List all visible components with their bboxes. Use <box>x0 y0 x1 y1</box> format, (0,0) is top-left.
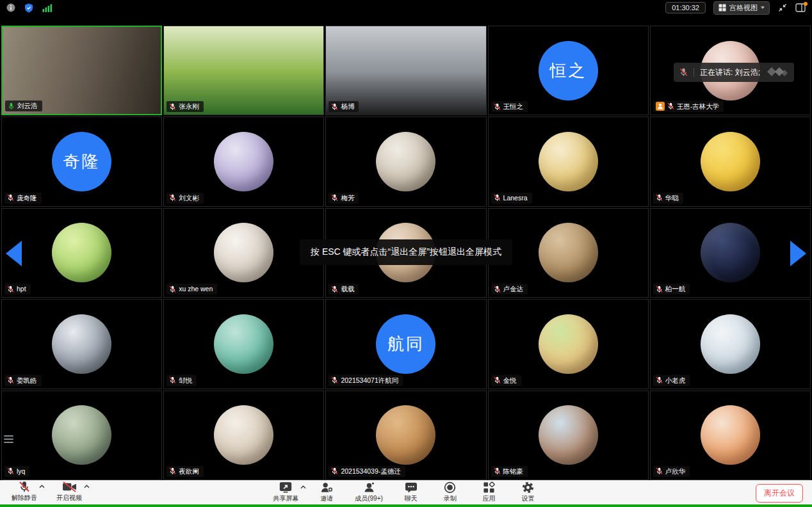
mic-muted-icon <box>494 103 501 111</box>
participant-tile[interactable]: 恒之王恒之 <box>488 26 649 115</box>
participant-avatar <box>539 132 598 191</box>
toolbar-item-mic-muted[interactable]: 解除静音 <box>12 480 37 503</box>
participant-tile[interactable]: 小老虎 <box>650 299 811 389</box>
participant-avatar <box>214 223 273 282</box>
participant-name: 梅芳 <box>341 194 354 202</box>
network-signal-icon[interactable] <box>42 4 53 12</box>
toolbar-item-label: 录制 <box>444 494 457 503</box>
participant-tile[interactable]: 夜欲阑 <box>163 390 324 480</box>
participant-avatar <box>52 405 111 465</box>
participant-tile[interactable]: 刘云浩 <box>1 26 162 115</box>
participant-tile[interactable]: 2021534039-孟德迁 <box>325 390 486 480</box>
participant-avatar <box>701 314 760 374</box>
participant-name-tag: 2021534039-孟德迁 <box>329 466 405 477</box>
chevron-up-icon[interactable] <box>39 483 45 490</box>
toolbar-center-group: 共享屏幕邀请成员(99+)聊天录制应用设置 <box>273 481 539 505</box>
mic-muted-icon <box>494 194 501 202</box>
mic-muted-icon <box>331 194 338 202</box>
participant-name: 刘云浩 <box>17 102 38 110</box>
participant-tile[interactable]: 卢欣华 <box>650 390 811 480</box>
chevron-up-icon[interactable] <box>84 483 90 490</box>
list-indicator-icon[interactable] <box>4 435 13 443</box>
apps-icon <box>483 481 495 494</box>
participant-tile[interactable]: 陈铭豪 <box>488 390 649 480</box>
participant-name: 杨博 <box>341 102 354 111</box>
mic-muted-icon <box>656 194 663 202</box>
toolbar-item-members[interactable]: 成员(99+) <box>355 481 383 503</box>
toolbar-item-chat[interactable]: 聊天 <box>400 481 422 503</box>
side-panel-toggle[interactable] <box>795 3 806 12</box>
info-icon[interactable] <box>6 3 15 12</box>
participant-name: 2021534071许航同 <box>341 376 398 385</box>
top-bar-right: 01:30:32 宫格视图 <box>665 1 806 15</box>
members-icon <box>362 481 376 494</box>
participant-avatar <box>539 223 598 282</box>
toolbar-item-settings[interactable]: 设置 <box>517 481 539 503</box>
participant-avatar <box>214 314 273 374</box>
participant-tile[interactable]: 梅芳 <box>325 117 486 206</box>
participant-tile[interactable]: 金悦 <box>488 299 649 389</box>
participant-name-tag: Lanesra <box>491 193 532 204</box>
mic-muted-icon <box>169 467 176 475</box>
participant-name: 庞奇隆 <box>17 194 37 202</box>
participant-tile[interactable]: 刘文彬 <box>163 117 324 206</box>
participant-tile[interactable]: 航同2021534071许航同 <box>325 299 486 389</box>
mic-muted-icon <box>494 467 501 475</box>
participant-name-tag: 小老虎 <box>653 375 690 386</box>
participant-name-tag: 载载 <box>329 284 359 294</box>
chevron-up-icon[interactable] <box>300 483 306 490</box>
participant-avatar-initials: 恒之 <box>539 41 598 101</box>
toolbar-item-label: 邀请 <box>320 494 333 503</box>
mic-muted-icon <box>667 102 674 110</box>
participant-name-tag: 娄凯皓 <box>4 375 42 386</box>
toolbar-item-record[interactable]: 录制 <box>439 481 461 503</box>
exit-fullscreen-toast: 按 ESC 键或者点击“退出全屏”按钮退出全屏模式 <box>300 239 512 265</box>
view-mode-button[interactable]: 宫格视图 <box>713 1 770 15</box>
participant-name: 王恒之 <box>503 102 524 111</box>
view-mode-label: 宫格视图 <box>729 3 758 13</box>
participant-tile[interactable]: 张永刚 <box>163 26 324 115</box>
participant-tile[interactable]: lyq <box>1 390 162 480</box>
toolbar-item-label: 开启视频 <box>56 494 82 503</box>
toolbar-item-share-screen[interactable]: 共享屏幕 <box>273 481 298 503</box>
toolbar-item-camera-off[interactable]: 开启视频 <box>56 480 82 503</box>
leave-meeting-button[interactable]: 离开会议 <box>756 484 803 503</box>
participant-name: xu zhe wen <box>179 285 213 293</box>
participant-tile[interactable]: 娄凯皓 <box>1 299 162 389</box>
mic-muted-icon <box>494 376 501 384</box>
mic-muted-icon <box>656 376 663 384</box>
participant-tile[interactable]: 华聪 <box>650 117 811 206</box>
participant-avatar <box>539 314 598 374</box>
next-page-arrow[interactable] <box>790 241 806 266</box>
participant-tile[interactable]: 邹悦 <box>163 299 324 389</box>
participant-avatar <box>52 223 111 282</box>
exit-fullscreen-icon[interactable] <box>777 3 788 13</box>
mic-muted-icon <box>331 103 338 111</box>
participant-name-tag: 卢欣华 <box>653 466 690 477</box>
participant-tile[interactable]: 柏一航 <box>650 208 811 298</box>
participant-name: 小老虎 <box>665 376 686 385</box>
participant-tile[interactable]: 奇隆庞奇隆 <box>1 117 162 206</box>
participant-name: 娄凯皓 <box>17 376 37 385</box>
record-icon <box>444 481 456 494</box>
participant-name-tag: hpt <box>4 284 31 294</box>
top-bar-left <box>6 3 53 13</box>
mic-muted-icon <box>7 376 14 384</box>
previous-page-arrow[interactable] <box>6 241 22 266</box>
participant-tile[interactable]: hpt <box>1 208 162 298</box>
security-shield-icon[interactable] <box>24 3 33 13</box>
participant-tile[interactable]: Lanesra <box>488 117 649 206</box>
participant-tile[interactable]: 杨博 <box>325 26 486 115</box>
participant-avatar <box>376 132 435 191</box>
participant-name-tag: 夜欲阑 <box>166 466 204 477</box>
participant-name: hpt <box>17 285 26 293</box>
participant-name: 张永刚 <box>179 102 199 111</box>
participant-avatar <box>539 405 598 465</box>
participant-name-tag: 庞奇隆 <box>4 193 42 204</box>
participant-avatar <box>376 405 435 465</box>
participant-avatar <box>701 405 760 465</box>
toolbar-item-invite[interactable]: 邀请 <box>316 481 337 503</box>
participant-name: 柏一航 <box>665 285 686 293</box>
participant-name: 卢欣华 <box>665 467 686 476</box>
toolbar-item-apps[interactable]: 应用 <box>478 481 500 503</box>
